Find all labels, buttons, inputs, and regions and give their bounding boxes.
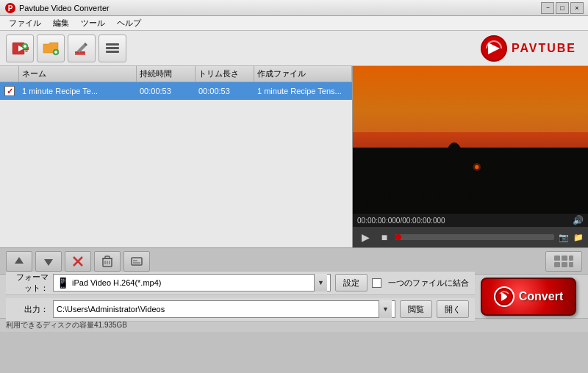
menu-file[interactable]: ファイル <box>3 16 47 30</box>
list-button[interactable] <box>98 35 126 62</box>
format-dropdown-arrow[interactable]: ▼ <box>314 274 327 291</box>
svg-rect-15 <box>106 47 119 49</box>
svg-marker-45 <box>15 257 24 264</box>
svg-rect-14 <box>106 43 119 46</box>
move-up-button[interactable] <box>6 251 32 272</box>
menu-edit[interactable]: 編集 <box>47 16 75 30</box>
menu-tools[interactable]: ツール <box>75 16 111 30</box>
output-row: 出力： C:\Users\Administrator\Videos ▼ 閲覧 開… <box>6 298 475 322</box>
svg-rect-42 <box>367 200 573 214</box>
main-content: ネーム 持続時間 トリム長さ 作成ファイル ✓ 1 minute Recipe … <box>0 66 588 248</box>
convert-icon <box>494 286 514 307</box>
col-duration-header: 持続時間 <box>137 66 196 82</box>
row-checkbox[interactable]: ✓ <box>0 86 19 96</box>
window-controls: － □ × <box>541 2 584 14</box>
settings-button[interactable]: 設定 <box>335 274 368 291</box>
svg-rect-16 <box>106 51 119 53</box>
convert-label: Convert <box>519 290 563 303</box>
progress-indicator <box>395 234 401 240</box>
svg-rect-61 <box>554 262 560 267</box>
progress-bar[interactable] <box>395 234 554 240</box>
output-path-text: C:\Users\Administrator\Videos <box>57 305 379 314</box>
svg-rect-58 <box>554 256 560 261</box>
logo-icon <box>481 35 507 62</box>
svg-point-44 <box>473 163 481 171</box>
format-row: フォーマット： 📱 iPad Video H.264(*.mp4) ▼ 設定 一… <box>6 272 475 295</box>
titlebar: P Pavtube Video Converter － □ × <box>0 0 588 16</box>
output-path-select[interactable]: C:\Users\Administrator\Videos ▼ <box>53 300 395 318</box>
toolbar: PAVTUBE <box>0 31 588 66</box>
maximize-button[interactable]: □ <box>556 2 569 14</box>
add-folder-button[interactable] <box>37 35 65 62</box>
merge-checkbox[interactable] <box>372 278 381 288</box>
svg-rect-59 <box>562 256 567 261</box>
filelist-header: ネーム 持続時間 トリム長さ 作成ファイル <box>0 66 352 82</box>
playback-controls: ▶ ■ 📷 📁 <box>353 227 588 247</box>
svg-text:P: P <box>8 4 13 12</box>
svg-rect-55 <box>132 258 142 265</box>
pavtube-logo: PAVTUBE <box>481 35 576 62</box>
col-name-header: ネーム <box>19 66 137 82</box>
time-display: 00:00:00:000/00:00:00:000 🔊 <box>353 214 588 227</box>
menu-help[interactable]: ヘルプ <box>111 16 147 30</box>
disk-space-text: 利用できるディスクの容量41.935GB <box>6 320 127 330</box>
open-folder-button[interactable]: 開く <box>437 300 469 318</box>
convert-button[interactable]: Convert <box>481 278 576 316</box>
svg-marker-46 <box>44 259 53 266</box>
menubar: ファイル 編集 ツール ヘルプ <box>0 16 588 31</box>
clear-list-button[interactable] <box>94 251 121 272</box>
add-video-button[interactable] <box>6 35 34 62</box>
format-text: iPad Video H.264(*.mp4) <box>72 278 314 287</box>
play-button[interactable]: ▶ <box>357 229 373 245</box>
col-output-header: 作成ファイル <box>254 66 352 82</box>
bottom-area: フォーマット： 📱 iPad Video H.264(*.mp4) ▼ 設定 一… <box>0 275 588 319</box>
subtitle-button[interactable] <box>123 251 150 272</box>
col-check-header <box>0 66 19 82</box>
stop-button[interactable]: ■ <box>376 229 392 245</box>
app-icon: P <box>4 2 16 14</box>
svg-rect-60 <box>569 256 573 261</box>
window-title: Pavtube Video Converter <box>19 4 541 12</box>
preview-panel: 00:00:00:000/00:00:00:000 🔊 ▶ ■ 📷 📁 <box>353 66 588 247</box>
bottom-left: フォーマット： 📱 iPad Video H.264(*.mp4) ▼ 設定 一… <box>6 272 475 322</box>
format-select[interactable]: 📱 iPad Video H.264(*.mp4) ▼ <box>53 274 331 291</box>
edit-button[interactable] <box>68 35 96 62</box>
row-output: 1 minute Recipe Tens... <box>254 87 352 95</box>
screenshot-icon[interactable]: 📷 <box>559 233 569 242</box>
format-icon: 📱 <box>57 277 69 289</box>
row-name: 1 minute Recipe Te... <box>19 87 137 95</box>
time-current-total: 00:00:00:000/00:00:00:000 <box>357 217 445 225</box>
folder-open-icon[interactable]: 📁 <box>573 233 584 242</box>
minimize-button[interactable]: － <box>541 2 554 14</box>
output-label: 出力： <box>12 304 49 315</box>
delete-button[interactable] <box>65 251 91 272</box>
format-label: フォーマット： <box>12 272 49 294</box>
svg-rect-62 <box>562 262 567 267</box>
merge-label: 一つのファイルに結合 <box>388 278 469 289</box>
col-trim-header: トリム長さ <box>196 66 254 82</box>
move-down-button[interactable] <box>35 251 62 272</box>
logo-text: PAVTUBE <box>512 42 576 55</box>
output-path-arrow[interactable]: ▼ <box>379 300 392 318</box>
svg-rect-51 <box>105 256 110 258</box>
browse-button[interactable]: 閲覧 <box>400 300 432 318</box>
row-trim: 00:00:53 <box>196 87 254 95</box>
table-row[interactable]: ✓ 1 minute Recipe Te... 00:00:53 00:00:5… <box>0 82 352 100</box>
svg-rect-63 <box>569 262 573 267</box>
video-preview <box>353 66 588 214</box>
grid-view-button[interactable] <box>545 251 582 272</box>
row-duration: 00:00:53 <box>137 87 196 95</box>
checkbox-checked-icon: ✓ <box>4 86 15 96</box>
file-list: ネーム 持続時間 トリム長さ 作成ファイル ✓ 1 minute Recipe … <box>0 66 353 247</box>
volume-icon[interactable]: 🔊 <box>573 215 584 225</box>
close-button[interactable]: × <box>570 2 584 14</box>
